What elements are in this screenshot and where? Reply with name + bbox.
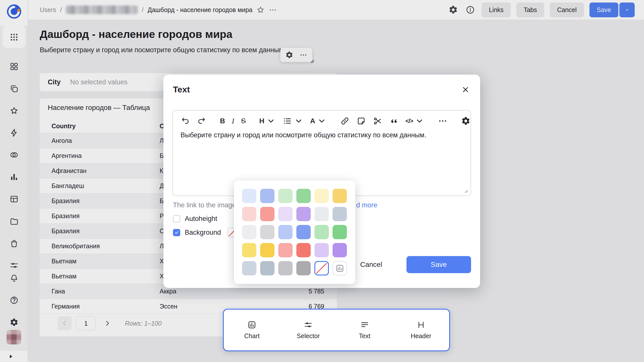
toolbar-more-button[interactable] [438, 115, 447, 127]
list-menu-button[interactable] [283, 115, 303, 127]
ellipsis-icon [438, 116, 447, 126]
resize-corner-icon [463, 188, 469, 194]
quote-button[interactable] [389, 115, 399, 127]
editor-settings-button[interactable] [461, 115, 471, 127]
text-color-menu-button[interactable]: A [310, 115, 327, 127]
scissors-icon [373, 116, 382, 126]
edit-panel-header-button[interactable]: Header [393, 320, 449, 340]
list-icon [283, 116, 292, 126]
color-swatch[interactable] [333, 225, 347, 239]
color-swatch[interactable] [296, 243, 311, 257]
color-swatch[interactable] [296, 189, 311, 203]
color-swatch[interactable] [278, 225, 293, 239]
chevron-down-icon [317, 116, 327, 126]
color-swatch[interactable] [314, 207, 329, 221]
edit-panel-text-button[interactable]: Text [337, 320, 393, 340]
undo-button[interactable] [180, 115, 190, 127]
gear-icon [461, 116, 471, 126]
edit-panel-label: Text [359, 332, 371, 340]
color-swatch[interactable] [260, 189, 274, 203]
color-swatch[interactable] [296, 207, 311, 221]
color-swatch[interactable] [278, 207, 293, 221]
color-swatch[interactable] [242, 243, 256, 257]
check-icon [174, 230, 179, 235]
heading-menu-button[interactable]: H [259, 115, 276, 127]
edit-panel-label: Selector [297, 332, 320, 340]
color-swatch[interactable] [278, 243, 293, 257]
background-label: Background [185, 229, 221, 236]
quote-icon [389, 116, 399, 126]
strikethrough-button[interactable]: S [241, 115, 246, 127]
datalens-dashboard-editor: Users / / Дашборд - население городов ми… [0, 0, 644, 362]
autoheight-row: Autoheight [173, 215, 217, 223]
color-swatch[interactable] [314, 189, 329, 203]
chart-icon [335, 264, 344, 273]
background-checkbox[interactable] [173, 229, 180, 236]
header-icon [417, 320, 426, 329]
close-dialog-button[interactable] [460, 84, 471, 95]
color-swatch[interactable] [260, 261, 274, 275]
edit-panel-label: Header [411, 332, 431, 340]
cut-button[interactable] [373, 115, 382, 127]
color-swatch[interactable] [242, 189, 256, 203]
background-row: Background [173, 228, 237, 237]
chevron-down-icon [266, 116, 276, 126]
color-swatch[interactable] [278, 189, 293, 203]
chart-icon [247, 320, 256, 329]
edit-panel-chart-button[interactable]: Chart [224, 320, 280, 340]
color-swatch[interactable] [333, 189, 347, 203]
color-swatch[interactable] [242, 261, 256, 275]
dialog-cancel-button[interactable]: Cancel [360, 256, 382, 273]
no-color-diagonal-icon [315, 262, 328, 275]
edit-panel-label: Chart [244, 332, 260, 340]
undo-icon [180, 116, 190, 126]
note-button[interactable] [356, 115, 366, 127]
chevron-down-icon [294, 116, 303, 126]
swatch-no-color-selected[interactable] [314, 261, 329, 275]
color-swatch[interactable] [260, 225, 274, 239]
color-palette-popup [234, 180, 355, 284]
editor-content[interactable]: Выберите страну и город или посмотрите о… [173, 127, 471, 140]
color-swatch[interactable] [296, 261, 311, 275]
read-more-link[interactable]: d more [356, 201, 377, 209]
editor-toolbar: B I S H A </> [173, 110, 471, 127]
code-menu-button[interactable]: </> [405, 115, 424, 127]
color-swatch[interactable] [333, 243, 347, 257]
selector-icon [304, 320, 313, 329]
color-swatch[interactable] [242, 225, 256, 239]
autoheight-checkbox[interactable] [173, 215, 180, 222]
dashboard-edit-panel: Chart Selector Text Header [223, 309, 450, 351]
italic-button[interactable]: I [232, 115, 234, 127]
link-icon [340, 116, 350, 126]
color-swatch[interactable] [260, 243, 274, 257]
redo-button[interactable] [197, 115, 206, 127]
image-link-hint: The link to the image [173, 201, 236, 209]
color-swatch[interactable] [314, 243, 329, 257]
text-icon [360, 320, 369, 329]
chevron-down-icon [415, 116, 424, 126]
note-icon [356, 116, 366, 126]
redo-icon [197, 116, 206, 126]
autoheight-label: Autoheight [185, 215, 217, 223]
close-icon [461, 85, 470, 94]
color-swatch[interactable] [296, 225, 311, 239]
color-swatch[interactable] [260, 207, 274, 221]
bold-button[interactable]: B [220, 115, 225, 127]
color-swatch[interactable] [242, 207, 256, 221]
edit-panel-selector-button[interactable]: Selector [280, 320, 336, 340]
color-swatch[interactable] [333, 207, 347, 221]
dialog-save-button[interactable]: Save [406, 256, 471, 273]
dialog-title: Text [173, 85, 190, 94]
editor-resize-handle[interactable] [463, 188, 469, 194]
insert-link-button[interactable] [340, 115, 350, 127]
color-swatch[interactable] [314, 225, 329, 239]
color-swatch[interactable] [278, 261, 293, 275]
swatch-widget-theme[interactable] [333, 261, 347, 275]
